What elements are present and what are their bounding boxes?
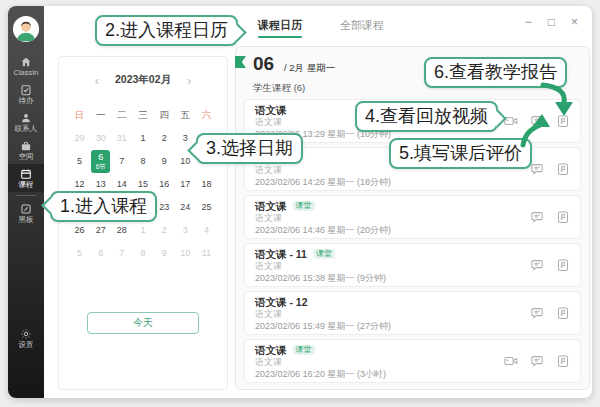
calendar-day-cell[interactable]: 11 [196,242,217,265]
calendar-day-cell[interactable]: 31 [111,127,132,150]
student-courses-count: 学生课程 (6) [253,82,305,95]
calendar-icon [20,168,32,180]
blackboard-icon [20,203,32,215]
calendar-day-cell[interactable]: 5 [69,242,90,265]
evaluation-comment-icon[interactable] [530,162,544,176]
course-title: 语文课 - 12 [255,296,308,308]
day-number: 10 [180,157,190,166]
arrow-to-comment-icon [516,114,552,148]
callout-enter-course-calendar: 2.进入课程日历 [95,15,238,46]
day-number: 7 [119,249,124,258]
calendar-day-cell[interactable]: 29 [69,127,90,150]
calendar-day-cell[interactable]: 26 [69,219,90,242]
calendar-day-cell[interactable]: 16 [154,173,175,196]
maximize-button[interactable]: □ [548,16,555,28]
callout-text: 4.查看回放视频 [365,106,488,126]
evaluation-comment-icon[interactable] [530,354,544,368]
calendar-day-cell[interactable]: 18 [196,173,217,196]
day-number: 17 [180,180,190,189]
sidebar-item-contacts[interactable]: 联系人 [8,108,44,136]
day-number: 2 [162,226,167,235]
day-number: 25 [201,203,211,212]
calendar-day-cell[interactable]: 6 [90,242,111,265]
today-button[interactable]: 今天 [87,312,199,334]
calendar-day-cell[interactable]: 8 [132,242,153,265]
calendar-day-cell[interactable]: 9 [154,242,175,265]
course-card[interactable]: 语文课 课堂 语文课 2023/02/06 14:46 星期一 (20分钟) [244,195,581,239]
calendar-day-cell[interactable]: 27 [90,219,111,242]
teaching-report-icon[interactable] [556,354,570,368]
teaching-report-icon[interactable] [556,162,570,176]
calendar-day-cell[interactable]: 3 [175,219,196,242]
calendar-day-cell[interactable]: 2 [154,219,175,242]
sidebar-nav: ClassIn 待办 联系人 [8,52,44,227]
course-time: 2023/02/06 14:26 星期一 (18分钟) [255,177,391,187]
weekday-label: 四 [154,107,175,123]
calendar-day-cell[interactable]: 10 [175,242,196,265]
tab-all-courses[interactable]: 全部课程 [340,18,384,33]
day-number: 18 [201,180,211,189]
course-info: 语文课 - 12 语文课 2023/02/06 15:49 星期一 (27分钟) [255,296,391,331]
calendar-day-cell[interactable]: 30 [90,127,111,150]
day-number: 6 [98,249,103,258]
calendar-day-cell[interactable]: 9 [154,150,175,173]
calendar-month-nav: ‹ 2023年02月 › [59,73,227,87]
course-card[interactable]: 语文课 课堂 语文课 2023/02/06 16:20 星期一 (3小时) [244,339,581,383]
calendar-day-cell[interactable]: 1 [132,127,153,150]
day-number: 9 [162,249,167,258]
calendar-day-cell[interactable]: 28 [111,219,132,242]
day-number: 15 [138,180,148,189]
day-number: 8 [140,157,145,166]
sidebar: ClassIn 待办 联系人 [8,6,44,398]
sidebar-item-todo[interactable]: 待办 [8,80,44,108]
sidebar-item-blackboard[interactable]: 黑板 [8,199,44,227]
user-avatar[interactable] [12,15,40,43]
sidebar-item-courses[interactable]: 课程 [8,164,44,192]
prev-month-button[interactable]: ‹ [95,74,99,87]
screenshot-stage: ClassIn 待办 联系人 [0,0,600,407]
minimize-button[interactable]: − [525,16,532,28]
teaching-report-icon[interactable] [556,306,570,320]
sidebar-item-label: 待办 [19,97,34,105]
replay-video-icon[interactable] [504,354,518,368]
sidebar-item-classin[interactable]: ClassIn [8,52,44,80]
evaluation-comment-icon[interactable] [530,258,544,272]
course-subtitle: 语文课 [255,309,391,319]
day-number: 5 [77,157,82,166]
sidebar-item-space[interactable]: 空间 [8,136,44,164]
space-icon [20,140,32,152]
course-card[interactable]: 语文课 - 12 语文课 2023/02/06 15:49 星期一 (27分钟) [244,291,581,335]
avatar-image [12,15,40,43]
teaching-report-icon[interactable] [556,258,570,272]
calendar-day-cell[interactable]: 2 [154,127,175,150]
sidebar-item-settings[interactable]: 设置 [8,324,44,352]
day-number: 4 [204,226,209,235]
sidebar-item-label: 课程 [19,181,34,189]
tab-course-calendar[interactable]: 课程日历 [258,18,302,38]
teaching-report-icon[interactable] [556,210,570,224]
day-number: 6 [98,153,103,162]
calendar-day-cell[interactable]: 7 [111,242,132,265]
calendar-day-cell[interactable]: 17 [175,173,196,196]
callout-enter-course: 1.进入课程 [50,191,157,222]
close-button[interactable]: × [571,16,578,28]
day-number: 3 [183,226,188,235]
calendar-day-cell[interactable]: 24 [175,196,196,219]
calendar-day-cell[interactable]: 4 [196,219,217,242]
calendar-day-cell[interactable]: 6 6节 [91,150,110,173]
calendar-day-cell[interactable]: 1 [132,219,153,242]
next-month-button[interactable]: › [187,74,191,87]
gear-icon [20,328,32,340]
weekday-label: 二 [111,107,132,123]
evaluation-comment-icon[interactable] [530,210,544,224]
calendar-day-cell[interactable]: 8 [132,150,153,173]
day-number: 24 [180,203,190,212]
calendar-day-cell[interactable]: 5 [69,150,90,173]
course-card[interactable]: 语文课 - 11 课堂 语文课 2023/02/06 15:38 星期一 (9分… [244,243,581,287]
callout-text: 2.进入课程日历 [105,20,228,40]
calendar-day-cell[interactable]: 25 [196,196,217,219]
day-number: 7 [119,157,124,166]
course-time: 2023/02/06 15:49 星期一 (27分钟) [255,321,391,331]
calendar-day-cell[interactable]: 7 [111,150,132,173]
evaluation-comment-icon[interactable] [530,306,544,320]
